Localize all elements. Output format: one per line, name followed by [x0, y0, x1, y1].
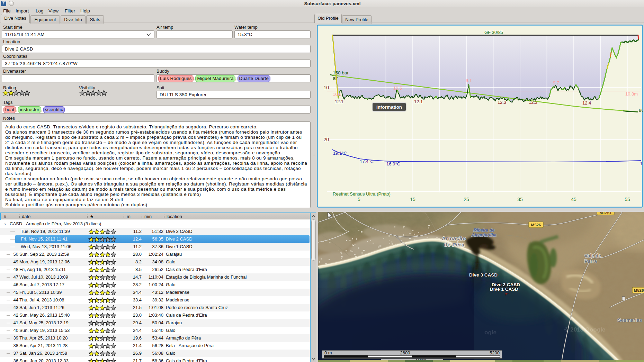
svg-text:16: 16	[640, 161, 643, 166]
svg-text:Information: Information	[376, 105, 402, 110]
svg-text:15: 15	[410, 197, 415, 202]
svg-text:10.6: 10.6	[333, 92, 341, 97]
svg-text:10.8m: 10.8m	[625, 91, 638, 97]
svg-text:25: 25	[464, 197, 469, 202]
svg-text:5: 5	[358, 197, 360, 202]
svg-text:ogle: ogle	[484, 329, 497, 336]
svg-text:12.1: 12.1	[414, 99, 423, 104]
svg-text:GF 30/85: GF 30/85	[484, 30, 503, 35]
svg-text:19.1°C: 19.1°C	[333, 151, 347, 156]
svg-text:150 bar: 150 bar	[333, 70, 349, 75]
svg-text:55: 55	[625, 197, 630, 202]
svg-text:Sesmarias: Sesmarias	[618, 317, 642, 323]
svg-text:2600: 2600	[400, 350, 410, 355]
svg-text:air: air	[333, 75, 338, 81]
svg-text:80: 80	[639, 108, 643, 113]
svg-text:Parra: Parra	[584, 259, 597, 264]
svg-text:© 2013 Google: © 2013 Google	[564, 326, 605, 333]
svg-text:10.5: 10.5	[393, 85, 402, 91]
svg-text:12.1: 12.1	[335, 99, 343, 104]
svg-text:20: 20	[323, 137, 329, 142]
svg-text:16.9°C: 16.9°C	[386, 161, 400, 166]
svg-text:35: 35	[517, 197, 523, 202]
svg-text:9.1: 9.1	[466, 78, 472, 83]
svg-text:12.3: 12.3	[498, 100, 506, 105]
svg-text:10: 10	[323, 85, 329, 90]
svg-text:12.3: 12.3	[529, 100, 537, 105]
svg-text:45: 45	[571, 197, 576, 202]
svg-text:12.4: 12.4	[582, 100, 591, 106]
svg-text:Dive 1 CASD: Dive 1 CASD	[490, 287, 518, 292]
svg-text:M526: M526	[634, 288, 644, 292]
svg-text:9.7: 9.7	[553, 80, 559, 85]
svg-text:0 m: 0 m	[324, 350, 332, 355]
svg-text:Reefnet Sensus Ultra (Preto): Reefnet Sensus Ultra (Preto)	[333, 191, 391, 197]
svg-text:Alcantarilha: Alcantarilha	[471, 233, 497, 237]
svg-text:17.4°C: 17.4°C	[360, 159, 374, 164]
svg-text:de Pêra: de Pêra	[444, 242, 465, 247]
svg-text:M1261: M1261	[599, 212, 612, 215]
svg-text:Dive 3 CASD: Dive 3 CASD	[469, 272, 498, 278]
svg-text:Armação: Armação	[442, 235, 466, 241]
svg-text:5200: 5200	[490, 350, 500, 355]
svg-text:Ribeira de: Ribeira de	[474, 228, 494, 233]
svg-text:M526: M526	[531, 223, 541, 227]
svg-text:Vale de: Vale de	[584, 253, 601, 259]
